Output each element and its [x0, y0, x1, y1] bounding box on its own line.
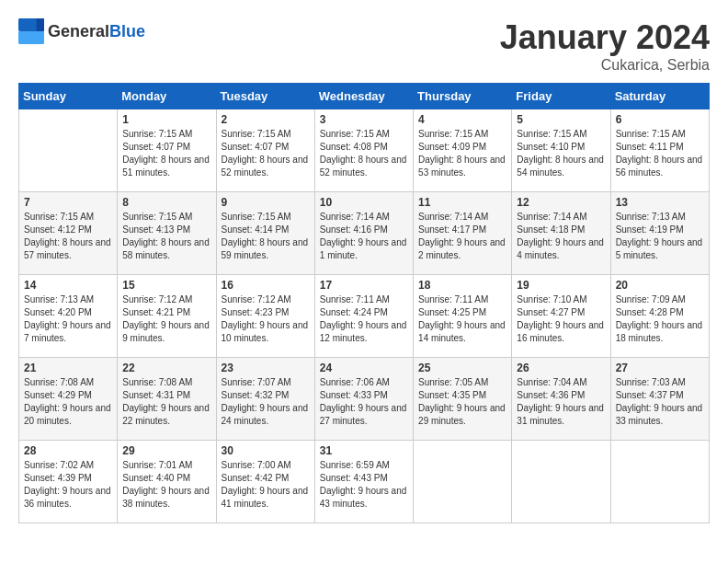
day-number: 10: [320, 196, 408, 209]
calendar-cell: 9Sunrise: 7:15 AMSunset: 4:14 PMDaylight…: [216, 192, 314, 275]
day-info: Sunrise: 7:03 AMSunset: 4:37 PMDaylight:…: [616, 376, 704, 428]
calendar-cell: 12Sunrise: 7:14 AMSunset: 4:18 PMDayligh…: [512, 192, 610, 275]
weekday-header-saturday: Saturday: [610, 84, 709, 109]
day-number: 3: [320, 113, 408, 126]
svg-marker-2: [37, 18, 44, 31]
day-number: 8: [122, 196, 210, 209]
day-number: 24: [320, 362, 408, 374]
calendar-cell: 11Sunrise: 7:14 AMSunset: 4:17 PMDayligh…: [414, 192, 512, 275]
day-number: 4: [418, 113, 506, 126]
day-info: Sunrise: 7:15 AMSunset: 4:12 PMDaylight:…: [24, 211, 112, 262]
day-number: 27: [616, 362, 704, 374]
day-number: 19: [517, 279, 605, 292]
day-number: 6: [616, 113, 704, 126]
day-number: 21: [24, 362, 112, 374]
logo-icon: [18, 18, 44, 44]
day-info: Sunrise: 7:00 AMSunset: 4:42 PMDaylight:…: [222, 459, 310, 511]
day-number: 28: [24, 444, 112, 457]
day-info: Sunrise: 7:08 AMSunset: 4:31 PMDaylight:…: [122, 376, 210, 428]
logo: GeneralBlue: [18, 18, 145, 44]
calendar-cell: 19Sunrise: 7:10 AMSunset: 4:27 PMDayligh…: [512, 275, 610, 358]
day-info: Sunrise: 7:07 AMSunset: 4:32 PMDaylight:…: [222, 376, 310, 428]
day-number: 16: [222, 279, 310, 292]
day-info: Sunrise: 7:06 AMSunset: 4:33 PMDaylight:…: [320, 376, 408, 428]
calendar-cell: 14Sunrise: 7:13 AMSunset: 4:20 PMDayligh…: [19, 275, 118, 358]
calendar-week-row: 21Sunrise: 7:08 AMSunset: 4:29 PMDayligh…: [19, 358, 710, 441]
day-info: Sunrise: 7:11 AMSunset: 4:24 PMDaylight:…: [320, 293, 408, 345]
day-number: 22: [122, 362, 210, 374]
calendar-cell: [512, 441, 610, 523]
day-number: 5: [517, 113, 605, 126]
day-number: 1: [122, 113, 210, 126]
calendar-cell: 23Sunrise: 7:07 AMSunset: 4:32 PMDayligh…: [216, 358, 314, 441]
day-info: Sunrise: 7:15 AMSunset: 4:08 PMDaylight:…: [320, 128, 408, 179]
day-info: Sunrise: 7:14 AMSunset: 4:16 PMDaylight:…: [320, 211, 408, 262]
day-number: 17: [320, 279, 408, 292]
weekday-header-wednesday: Wednesday: [314, 84, 413, 109]
calendar-week-row: 7Sunrise: 7:15 AMSunset: 4:12 PMDaylight…: [19, 192, 710, 275]
calendar-cell: 7Sunrise: 7:15 AMSunset: 4:12 PMDaylight…: [19, 192, 118, 275]
calendar-cell: 29Sunrise: 7:01 AMSunset: 4:40 PMDayligh…: [118, 441, 216, 523]
day-info: Sunrise: 7:15 AMSunset: 4:13 PMDaylight:…: [122, 211, 210, 262]
weekday-header-friday: Friday: [512, 84, 610, 109]
day-info: Sunrise: 7:05 AMSunset: 4:35 PMDaylight:…: [418, 376, 506, 428]
day-info: Sunrise: 7:15 AMSunset: 4:11 PMDaylight:…: [616, 128, 704, 179]
calendar-cell: 3Sunrise: 7:15 AMSunset: 4:08 PMDaylight…: [314, 109, 413, 192]
day-info: Sunrise: 7:15 AMSunset: 4:09 PMDaylight:…: [418, 128, 506, 179]
day-number: 30: [222, 444, 310, 457]
calendar-cell: 30Sunrise: 7:00 AMSunset: 4:42 PMDayligh…: [216, 441, 314, 523]
calendar-cell: 24Sunrise: 7:06 AMSunset: 4:33 PMDayligh…: [314, 358, 413, 441]
day-number: 11: [418, 196, 506, 209]
day-number: 26: [517, 362, 605, 374]
calendar-cell: 6Sunrise: 7:15 AMSunset: 4:11 PMDaylight…: [610, 109, 709, 192]
day-info: Sunrise: 7:11 AMSunset: 4:25 PMDaylight:…: [418, 293, 506, 345]
calendar-cell: [610, 441, 709, 523]
day-info: Sunrise: 7:09 AMSunset: 4:28 PMDaylight:…: [616, 293, 704, 345]
day-number: 23: [222, 362, 310, 374]
calendar-table: SundayMondayTuesdayWednesdayThursdayFrid…: [18, 83, 710, 523]
day-number: 15: [122, 279, 210, 292]
calendar-cell: 2Sunrise: 7:15 AMSunset: 4:07 PMDaylight…: [216, 109, 314, 192]
day-number: 7: [24, 196, 112, 209]
calendar-week-row: 14Sunrise: 7:13 AMSunset: 4:20 PMDayligh…: [19, 275, 710, 358]
day-info: Sunrise: 7:10 AMSunset: 4:27 PMDaylight:…: [517, 293, 605, 345]
day-info: Sunrise: 7:04 AMSunset: 4:36 PMDaylight:…: [517, 376, 605, 428]
logo-general: General: [48, 22, 109, 40]
day-info: Sunrise: 7:13 AMSunset: 4:19 PMDaylight:…: [616, 211, 704, 262]
day-number: 14: [24, 279, 112, 292]
weekday-header-monday: Monday: [118, 84, 216, 109]
day-info: Sunrise: 7:15 AMSunset: 4:07 PMDaylight:…: [222, 128, 310, 179]
day-info: Sunrise: 7:15 AMSunset: 4:10 PMDaylight:…: [517, 128, 605, 179]
day-info: Sunrise: 7:14 AMSunset: 4:18 PMDaylight:…: [517, 211, 605, 262]
weekday-header-thursday: Thursday: [414, 84, 512, 109]
day-info: Sunrise: 7:14 AMSunset: 4:17 PMDaylight:…: [418, 211, 506, 262]
day-number: 9: [222, 196, 310, 209]
day-info: Sunrise: 7:02 AMSunset: 4:39 PMDaylight:…: [24, 459, 112, 511]
day-info: Sunrise: 7:13 AMSunset: 4:20 PMDaylight:…: [24, 293, 112, 345]
day-info: Sunrise: 7:12 AMSunset: 4:21 PMDaylight:…: [122, 293, 210, 345]
location-title: Cukarica, Serbia: [500, 57, 710, 74]
weekday-header-tuesday: Tuesday: [216, 84, 314, 109]
day-info: Sunrise: 7:08 AMSunset: 4:29 PMDaylight:…: [24, 376, 112, 428]
month-title: January 2024: [500, 18, 710, 57]
calendar-cell: 26Sunrise: 7:04 AMSunset: 4:36 PMDayligh…: [512, 358, 610, 441]
calendar-cell: 20Sunrise: 7:09 AMSunset: 4:28 PMDayligh…: [610, 275, 709, 358]
calendar-cell: 4Sunrise: 7:15 AMSunset: 4:09 PMDaylight…: [414, 109, 512, 192]
calendar-cell: 5Sunrise: 7:15 AMSunset: 4:10 PMDaylight…: [512, 109, 610, 192]
calendar-cell: 22Sunrise: 7:08 AMSunset: 4:31 PMDayligh…: [118, 358, 216, 441]
calendar-cell: 8Sunrise: 7:15 AMSunset: 4:13 PMDaylight…: [118, 192, 216, 275]
calendar-cell: [19, 109, 118, 192]
day-info: Sunrise: 7:15 AMSunset: 4:14 PMDaylight:…: [222, 211, 310, 262]
day-number: 31: [320, 444, 408, 457]
calendar-cell: 17Sunrise: 7:11 AMSunset: 4:24 PMDayligh…: [314, 275, 413, 358]
day-number: 12: [517, 196, 605, 209]
weekday-header-row: SundayMondayTuesdayWednesdayThursdayFrid…: [19, 84, 710, 109]
calendar-cell: 25Sunrise: 7:05 AMSunset: 4:35 PMDayligh…: [414, 358, 512, 441]
calendar-cell: 28Sunrise: 7:02 AMSunset: 4:39 PMDayligh…: [19, 441, 118, 523]
svg-rect-1: [18, 31, 44, 44]
day-info: Sunrise: 7:01 AMSunset: 4:40 PMDaylight:…: [122, 459, 210, 511]
calendar-cell: 16Sunrise: 7:12 AMSunset: 4:23 PMDayligh…: [216, 275, 314, 358]
day-number: 29: [122, 444, 210, 457]
day-info: Sunrise: 7:15 AMSunset: 4:07 PMDaylight:…: [122, 128, 210, 179]
calendar-week-row: 28Sunrise: 7:02 AMSunset: 4:39 PMDayligh…: [19, 441, 710, 523]
